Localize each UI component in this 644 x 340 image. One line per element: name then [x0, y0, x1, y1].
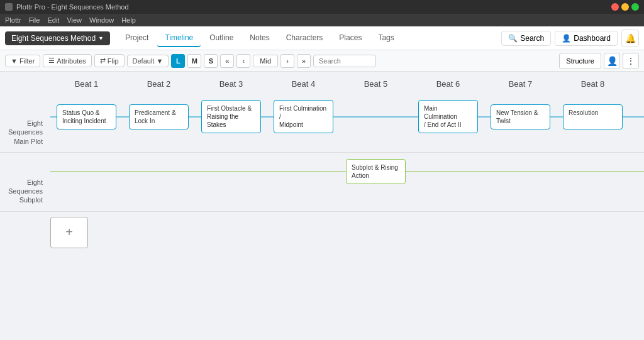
- nav-tabs: Project Timeline Outline Notes Character…: [118, 30, 402, 47]
- notifications-button[interactable]: 🔔: [621, 30, 639, 47]
- subplot-beats: Subplot & RisingAction: [50, 159, 644, 184]
- tab-notes[interactable]: Notes: [242, 30, 277, 47]
- beat-col-7: Beat 7: [484, 79, 557, 89]
- person-button[interactable]: 👤: [604, 53, 620, 69]
- dashboard-btn-label: Dashboard: [574, 34, 611, 43]
- beat-col-8: Beat 8: [557, 79, 629, 89]
- attributes-label: Attributes: [57, 57, 86, 65]
- beat-col-2: Beat 2: [123, 79, 195, 89]
- card-predicament[interactable]: Predicament &Lock In: [129, 104, 189, 129]
- beat-col-4: Beat 4: [267, 79, 340, 89]
- main-plot-row: Eight Sequences Main Plot Status Quo &In…: [0, 94, 644, 152]
- app-icon: [5, 3, 13, 11]
- menu-view[interactable]: View: [67, 16, 82, 24]
- beats-header: Beat 1 Beat 2 Beat 3 Beat 4 Beat 5 Beat …: [0, 72, 644, 94]
- search-icon: 🔍: [508, 34, 518, 43]
- default-caret: ▼: [156, 57, 163, 65]
- nav-prev-prev-button[interactable]: «: [220, 54, 234, 68]
- menu-window[interactable]: Window: [89, 16, 114, 24]
- size-medium-button[interactable]: M: [187, 54, 201, 68]
- beat-cell-main-8: Resolution: [557, 104, 629, 129]
- card-resolution[interactable]: Resolution: [563, 104, 623, 129]
- brand-label: Eight Sequences Method: [11, 34, 96, 43]
- tab-characters[interactable]: Characters: [279, 30, 331, 47]
- dashboard-icon: 👤: [562, 34, 571, 43]
- main-content: Beat 1 Beat 2 Beat 3 Beat 4 Beat 5 Beat …: [0, 72, 644, 340]
- menu-plottr[interactable]: Plottr: [5, 16, 21, 24]
- tab-project[interactable]: Project: [118, 30, 156, 47]
- tab-places[interactable]: Places: [331, 30, 369, 47]
- title-bar: Plottr Pro - Eight Sequences Method: [0, 0, 644, 14]
- more-icon: ⋮: [626, 56, 635, 66]
- more-options-button[interactable]: ⋮: [623, 53, 639, 69]
- main-plot-beats: Status Quo &Inciting Incident Predicamen…: [50, 100, 644, 133]
- structure-button[interactable]: Structure: [559, 53, 601, 69]
- nav-bar: Eight Sequences Method ▼ Project Timelin…: [0, 26, 644, 50]
- tab-outline[interactable]: Outline: [202, 30, 241, 47]
- beat-cell-main-1: Status Quo &Inciting Incident: [50, 104, 123, 129]
- filter-label: Filter: [19, 57, 35, 65]
- beat-cell-sub-5: Subplot & RisingAction: [340, 159, 412, 184]
- maximize-window-btn[interactable]: [631, 3, 639, 11]
- default-dropdown[interactable]: Default ▼: [127, 55, 169, 67]
- menu-file[interactable]: File: [29, 16, 40, 24]
- menu-bar: Plottr File Edit View Window Help: [0, 14, 644, 26]
- flip-button[interactable]: ⇄ Flip: [94, 54, 125, 67]
- card-first-obstacle[interactable]: First Obstacle &Raising the Stakes: [201, 100, 261, 133]
- subplot-row: Eight Sequences Subplot Subplot & Rising…: [0, 153, 644, 211]
- add-row-section: +: [0, 212, 644, 253]
- minimize-window-btn[interactable]: [621, 3, 629, 11]
- beat-cell-main-4: First Culmination /Midpoint: [267, 100, 340, 133]
- beat-cell-main-2: Predicament &Lock In: [123, 104, 195, 129]
- size-small-button[interactable]: S: [204, 54, 218, 68]
- card-first-culmination[interactable]: First Culmination /Midpoint: [274, 100, 333, 133]
- attributes-icon: ☰: [48, 57, 55, 65]
- close-window-btn[interactable]: [611, 3, 619, 11]
- nav-next-button[interactable]: ›: [280, 54, 294, 68]
- flip-icon: ⇄: [100, 57, 106, 65]
- search-btn-label: Search: [520, 34, 544, 43]
- menu-help[interactable]: Help: [121, 16, 136, 24]
- beat-col-5: Beat 5: [340, 79, 412, 89]
- tab-timeline[interactable]: Timeline: [157, 30, 201, 47]
- beat-col-1: Beat 1: [50, 79, 123, 89]
- size-large-button[interactable]: L: [171, 54, 185, 68]
- card-subplot-rising[interactable]: Subplot & RisingAction: [346, 159, 406, 184]
- search-button[interactable]: 🔍 Search: [501, 31, 551, 46]
- brand-caret: ▼: [98, 35, 104, 41]
- card-new-tension[interactable]: New Tension &Twist: [491, 104, 550, 129]
- filter-button[interactable]: ▼ Filter: [5, 55, 40, 67]
- beat-cell-main-7: New Tension &Twist: [484, 104, 557, 129]
- window-title: Plottr Pro - Eight Sequences Method: [16, 3, 129, 11]
- search-input[interactable]: [313, 55, 376, 67]
- beat-cell-main-6: Main Culmination/ End of Act II: [412, 100, 484, 133]
- toolbar: ▼ Filter ☰ Attributes ⇄ Flip Default ▼ L…: [0, 50, 644, 72]
- tab-tags[interactable]: Tags: [370, 30, 401, 47]
- beat-cell-main-3: First Obstacle &Raising the Stakes: [195, 100, 267, 133]
- nav-prev-button[interactable]: ‹: [236, 54, 250, 68]
- default-label: Default: [133, 57, 155, 65]
- bell-icon: 🔔: [625, 33, 636, 43]
- menu-edit[interactable]: Edit: [47, 16, 59, 24]
- person-icon: 👤: [607, 56, 618, 66]
- beat-col-3: Beat 3: [195, 79, 267, 89]
- flip-label: Flip: [108, 57, 119, 65]
- card-status-quo[interactable]: Status Quo &Inciting Incident: [57, 104, 116, 129]
- mid-button[interactable]: Mid: [253, 55, 278, 67]
- card-main-culmination[interactable]: Main Culmination/ End of Act II: [418, 100, 478, 133]
- timeline-area: Beat 1 Beat 2 Beat 3 Beat 4 Beat 5 Beat …: [0, 72, 644, 340]
- nav-right: 🔍 Search 👤 Dashboard 🔔: [501, 30, 639, 47]
- nav-next-next-button[interactable]: »: [297, 54, 311, 68]
- brand-dropdown[interactable]: Eight Sequences Method ▼: [5, 31, 110, 45]
- beat-col-6: Beat 6: [412, 79, 484, 89]
- main-plot-label: Eight Sequences Main Plot: [0, 100, 50, 146]
- add-row-button[interactable]: +: [50, 217, 88, 248]
- subplot-label: Eight Sequences Subplot: [0, 159, 50, 205]
- attributes-button[interactable]: ☰ Attributes: [43, 54, 91, 67]
- dashboard-button[interactable]: 👤 Dashboard: [555, 31, 618, 46]
- filter-icon: ▼: [11, 57, 18, 65]
